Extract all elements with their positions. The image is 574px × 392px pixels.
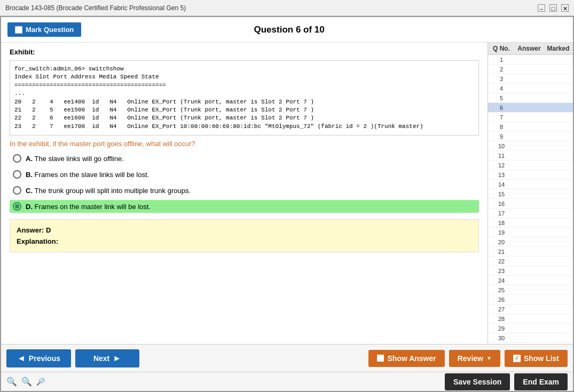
sidebar-row[interactable]: 3: [488, 74, 573, 84]
sidebar-row[interactable]: 6: [488, 103, 573, 113]
sidebar-row[interactable]: 4: [488, 84, 573, 93]
mark-question-button[interactable]: Mark Question: [7, 22, 81, 37]
sidebar-header: Q No. Answer Marked: [488, 43, 573, 55]
show-list-icon: ✓: [513, 355, 521, 362]
option-c-radio[interactable]: [13, 186, 21, 195]
sidebar-row[interactable]: 25: [488, 285, 573, 295]
sidebar-cell-num: 29: [488, 325, 515, 332]
maximize-button[interactable]: □: [549, 4, 557, 12]
next-arrow-icon: ►: [113, 354, 121, 363]
bottom-buttons: ◄ Previous Next ► Show Answer Review ▼ ✓…: [1, 344, 573, 372]
exhibit-code: for_switch:admin_06> switchshow Index Sl…: [10, 60, 479, 135]
sidebar-row[interactable]: 9: [488, 132, 573, 141]
sidebar-cell-num: 18: [488, 220, 515, 226]
sidebar-cell-num: 1: [488, 57, 515, 63]
sidebar-cell-num: 22: [488, 258, 515, 265]
bottom-row2: 🔍 🔍 🔎 Save Session End Exam: [1, 372, 573, 391]
sidebar-row[interactable]: 12: [488, 161, 573, 170]
sidebar-row[interactable]: 29: [488, 324, 573, 333]
sidebar-row[interactable]: 20: [488, 237, 573, 247]
sidebar-row[interactable]: 5: [488, 93, 573, 103]
sidebar-row[interactable]: 2: [488, 65, 573, 74]
sidebar-row[interactable]: 19: [488, 228, 573, 237]
sidebar-row[interactable]: 30: [488, 333, 573, 343]
sidebar-row[interactable]: 15: [488, 189, 573, 199]
sidebar-cell-num: 12: [488, 162, 515, 169]
sidebar-cell-num: 11: [488, 153, 515, 159]
sidebar-cell-num: 28: [488, 316, 515, 322]
sidebar-row[interactable]: 16: [488, 199, 573, 209]
zoom-out-button[interactable]: 🔍: [6, 377, 17, 387]
show-list-button[interactable]: ✓ Show List: [505, 350, 568, 367]
sidebar-list: 1 2 3 4 5 6 7 8: [488, 55, 573, 344]
option-b-radio[interactable]: [13, 170, 21, 179]
answer-box: Answer: D Explanation:: [10, 219, 479, 252]
show-answer-button[interactable]: Show Answer: [368, 350, 444, 367]
sidebar-row[interactable]: 18: [488, 218, 573, 228]
previous-arrow-icon: ◄: [17, 354, 26, 363]
option-c[interactable]: C. The trunk group will split into multi…: [10, 184, 479, 197]
zoom-normal-button[interactable]: 🔍: [21, 377, 32, 387]
option-d-radio[interactable]: [13, 202, 21, 211]
sidebar-header-qno: Q No.: [488, 45, 515, 52]
sidebar-row[interactable]: 7: [488, 113, 573, 122]
next-label: Next: [93, 354, 109, 363]
sidebar-row[interactable]: 17: [488, 209, 573, 218]
sidebar-cell-num: 20: [488, 239, 515, 245]
sidebar-cell-num: 2: [488, 66, 515, 73]
sidebar-cell-num: 3: [488, 76, 515, 82]
sidebar-row[interactable]: 22: [488, 257, 573, 266]
header-bar: Mark Question Question 6 of 10: [1, 17, 573, 43]
sidebar-header-marked: Marked: [544, 45, 573, 52]
sidebar-row[interactable]: 8: [488, 122, 573, 132]
option-a[interactable]: A. The slave links will go offline.: [10, 152, 479, 165]
review-button[interactable]: Review ▼: [449, 350, 500, 367]
sidebar-cell-num: 23: [488, 268, 515, 274]
sidebar-cell-num: 13: [488, 172, 515, 178]
sidebar-cell-num: 16: [488, 201, 515, 207]
zoom-in-button[interactable]: 🔎: [36, 378, 45, 386]
sidebar-row[interactable]: 21: [488, 247, 573, 257]
sidebar-row[interactable]: 11: [488, 151, 573, 161]
end-exam-button[interactable]: End Exam: [514, 373, 568, 390]
mark-question-label: Mark Question: [26, 26, 74, 34]
mark-checkbox-icon: [15, 26, 22, 34]
sidebar-row[interactable]: 24: [488, 276, 573, 285]
option-a-text: A. The slave links will go offline.: [26, 155, 124, 163]
sidebar-cell-num: 24: [488, 277, 515, 284]
question-panel: Exhibit: for_switch:admin_06> switchshow…: [1, 43, 487, 344]
explanation-line: Explanation:: [17, 237, 472, 245]
answer-line: Answer: D: [17, 226, 472, 234]
previous-button[interactable]: ◄ Previous: [6, 349, 71, 367]
next-button[interactable]: Next ►: [75, 349, 139, 367]
sidebar-row[interactable]: 10: [488, 141, 573, 151]
question-text: In the exhibit, if the master port goes …: [10, 140, 479, 148]
minimize-button[interactable]: –: [538, 4, 545, 12]
close-button[interactable]: ✕: [561, 4, 569, 12]
save-session-button[interactable]: Save Session: [445, 373, 510, 390]
sidebar-row[interactable]: 26: [488, 295, 573, 305]
sidebar-cell-num: 27: [488, 306, 515, 313]
window-controls[interactable]: – □ ✕: [538, 4, 569, 12]
sidebar-cell-num: 15: [488, 191, 515, 197]
option-c-text: C. The trunk group will split into multi…: [26, 187, 191, 195]
sidebar-cell-num: 8: [488, 124, 515, 130]
sidebar-row[interactable]: 1: [488, 55, 573, 65]
option-a-radio[interactable]: [13, 154, 21, 163]
sidebar-row[interactable]: 28: [488, 314, 573, 324]
title-bar: Brocade 143-085 (Brocade Certified Fabri…: [0, 0, 574, 16]
sidebar-row[interactable]: 13: [488, 170, 573, 180]
sidebar-row[interactable]: 27: [488, 305, 573, 314]
window-title: Brocade 143-085 (Brocade Certified Fabri…: [5, 4, 186, 12]
sidebar-row[interactable]: 23: [488, 266, 573, 276]
show-answer-icon: [377, 355, 384, 362]
bottom-right-controls: Save Session End Exam: [445, 373, 568, 390]
previous-label: Previous: [29, 354, 60, 363]
show-list-label: Show List: [524, 354, 559, 363]
sidebar-header-answer: Answer: [515, 45, 544, 52]
sidebar-row[interactable]: 14: [488, 180, 573, 189]
sidebar-cell-num: 14: [488, 181, 515, 188]
review-label: Review: [458, 354, 483, 363]
option-b[interactable]: B. Frames on the slave links will be los…: [10, 168, 479, 181]
option-d[interactable]: D. Frames on the master link will be los…: [10, 200, 479, 213]
